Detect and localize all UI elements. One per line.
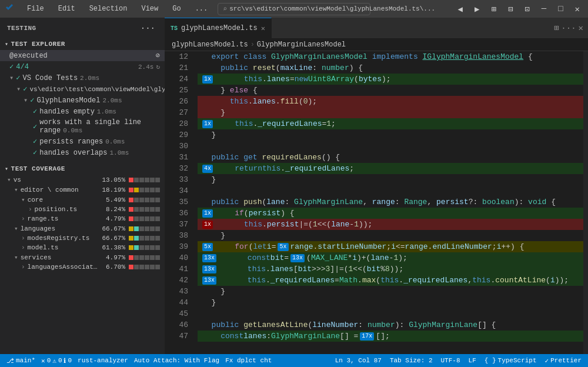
tree-chevron: ▾	[24, 96, 28, 105]
tab-size-item[interactable]: Tab Size: 2	[388, 357, 435, 364]
coverage-row-model[interactable]: › model.ts 61.38%	[0, 243, 165, 252]
split-editor-btn[interactable]: ⊞	[554, 23, 559, 33]
tree-item-handles-overlaps[interactable]: ✓ handles overlaps1.0ms	[0, 147, 165, 158]
errors-item[interactable]: ✕ 0 ⚠ 0 ℹ 0	[39, 357, 74, 365]
nav-back[interactable]: ◀	[455, 3, 466, 15]
code-line-27: }	[198, 107, 583, 118]
filter-tag: @executed	[9, 52, 48, 60]
layout-btn-1[interactable]: ⊞	[487, 3, 499, 15]
git-icon: ⎇	[6, 357, 14, 365]
position-item[interactable]: Ln 3, Col 87	[333, 357, 383, 364]
fx-item[interactable]: Fx dplct cht	[223, 357, 273, 364]
cov-pct: 6.70%	[99, 263, 125, 271]
active-tab[interactable]: TS glyphLanesModel.ts ✕	[165, 18, 272, 38]
tab-close-btn[interactable]: ✕	[261, 24, 265, 33]
git-branch-item[interactable]: ⎇ main*	[5, 357, 37, 365]
coverage-row-languages[interactable]: ▾ languages 66.67%	[0, 223, 165, 233]
coverage-row-langassoc[interactable]: › languagesAssociations.ts 6.70%	[0, 262, 165, 272]
menu-edit[interactable]: Edit	[54, 4, 80, 14]
cov-name: languages	[21, 225, 99, 232]
coverage-row-vs[interactable]: ▾ vs 13.05%	[0, 175, 165, 185]
position-text: Ln 3, Col 87	[335, 357, 382, 364]
tree-item-label: GlyphLanesModel2.0ms	[36, 96, 122, 105]
close-editors-btn[interactable]: ✕	[579, 23, 583, 33]
tree-status-icon: ✓	[33, 122, 37, 131]
line-ending-item[interactable]: LF	[467, 357, 478, 364]
nav-forward[interactable]: ▶	[471, 3, 483, 15]
formatter-item[interactable]: ✓ Prettier	[543, 357, 583, 365]
code-line-35: public push(lane: GlyphMarginLane, range…	[198, 196, 583, 208]
cov-bar	[129, 226, 160, 231]
minimap	[583, 51, 588, 354]
cov-pct: 18.19%	[99, 186, 125, 193]
layout-btn-2[interactable]: ⊟	[505, 3, 516, 15]
statusbar: ⎇ main* ✕ 0 ⚠ 0 ℹ 0 rust-analyzer Auto A…	[0, 354, 588, 367]
tree-item-glyphlanesmodel[interactable]: ▾ ✓ GlyphLanesModel2.0ms	[0, 95, 165, 106]
layout-btn-3[interactable]: ⊡	[521, 3, 533, 15]
cov-chevron: ▾	[14, 186, 18, 193]
code-editor[interactable]: 12 21 24 25 26 27 28 29 30 31 32 33 34 3…	[165, 51, 588, 354]
tree-status-icon: ✓	[33, 148, 37, 157]
titlebar: File Edit Selection View Go ... ⌕ src\vs…	[0, 0, 588, 18]
code-line-29: }	[198, 129, 583, 141]
coverage-row-position[interactable]: › position.ts 8.24%	[0, 205, 165, 214]
close-btn[interactable]: ✕	[572, 3, 583, 15]
info-count: 0	[68, 357, 72, 364]
cov-name: services	[21, 254, 99, 261]
rust-analyzer-item[interactable]: rust-analyzer	[76, 357, 130, 364]
tree-item-label: handles overlaps1.0ms	[39, 149, 129, 157]
sidebar-more-btn[interactable]: ···	[138, 22, 158, 34]
tree-item-persists-ranges[interactable]: ✓ persists ranges0.0ms	[0, 136, 165, 147]
language-icon: { }	[485, 357, 496, 364]
tree-item-single-line-range[interactable]: ✓ works with a single line range0.0ms	[0, 117, 165, 136]
tab-filename: glyphLanesModel.ts	[181, 24, 258, 32]
coverage-row-editor-common[interactable]: ▾ editor \ common 18.19%	[0, 185, 165, 195]
encoding-item[interactable]: UTF-8	[439, 357, 462, 364]
main-layout: TESTING ··· ▾ TEST EXPLORER @executed ⊘ …	[0, 18, 588, 354]
sidebar-header-title: TESTING	[7, 25, 36, 32]
tree-item-path[interactable]: ▾ ✓ vs\editor\test\common\viewModel\glyp…	[0, 84, 165, 95]
menu-go[interactable]: Go	[168, 4, 185, 14]
tree-item-vscodetests[interactable]: ▾ ✓ VS Code Tests2.0ms	[0, 72, 165, 84]
code-line-46: public getLanesAtLine(lineNumber: number…	[198, 319, 583, 331]
menu-selection[interactable]: Selection	[85, 4, 132, 14]
cov-pct: 4.79%	[99, 215, 125, 222]
title-search-text: src\vs\editor\common\viewModel\glyphLane…	[229, 5, 435, 12]
auto-attach-item[interactable]: Auto Attach: With Flag	[132, 357, 221, 364]
refresh-icon[interactable]: ↻	[156, 63, 160, 71]
sidebar-content[interactable]: ▾ TEST EXPLORER @executed ⊘ ✓ 4/4 2.4s ↻	[0, 38, 165, 354]
code-line-45	[198, 308, 583, 319]
statusbar-left: ⎇ main* ✕ 0 ⚠ 0 ℹ 0 rust-analyzer Auto A…	[5, 357, 273, 365]
tree-item-handles-empty[interactable]: ✓ handles empty1.0ms	[0, 106, 165, 117]
cov-bar	[129, 188, 160, 192]
menu-file[interactable]: File	[22, 4, 49, 14]
menu-view[interactable]: View	[136, 4, 163, 14]
warning-count: 0	[58, 357, 62, 364]
maximize-btn[interactable]: □	[554, 3, 566, 15]
coverage-row-modesregistry[interactable]: › modesRegistry.ts 66.67%	[0, 233, 165, 243]
breadcrumb-class[interactable]: GlyphMarginLanesModel	[257, 41, 346, 49]
more-actions-btn[interactable]: ···	[561, 24, 576, 33]
code-line-43: }	[198, 286, 583, 297]
cov-pct: 4.97%	[99, 254, 125, 261]
cov-chevron: ▾	[14, 225, 18, 232]
test-coverage-header[interactable]: ▾ TEST COVERAGE	[0, 163, 165, 175]
warning-icon: ⚠	[52, 357, 56, 365]
cov-chevron: ▾	[7, 176, 11, 184]
filter-icon[interactable]: ⊘	[156, 51, 160, 60]
language-item[interactable]: { } TypeScript	[483, 357, 539, 364]
test-explorer-header[interactable]: ▾ TEST EXPLORER	[0, 38, 165, 50]
breadcrumb-file[interactable]: glyphLanesModel.ts	[172, 41, 248, 49]
minimize-btn[interactable]: ─	[538, 3, 550, 15]
menu-more[interactable]: ...	[191, 4, 213, 14]
coverage-row-core[interactable]: ▾ core 5.49%	[0, 195, 165, 205]
tab-bar: TS glyphLanesModel.ts ✕ ⊞ ··· ✕	[165, 18, 588, 38]
cov-arrow: ›	[21, 235, 25, 242]
title-search-bar[interactable]: ⌕ src\vs\editor\common\viewModel\glyphLa…	[218, 3, 370, 15]
coverage-row-range[interactable]: › range.ts 4.79%	[0, 214, 165, 223]
code-content[interactable]: export class GlyphMarginLanesModel imple…	[193, 51, 583, 354]
cov-pct: 13.05%	[99, 176, 125, 184]
cov-name: languagesAssociations.ts	[28, 263, 99, 271]
coverage-row-services[interactable]: ▾ services 4.97%	[0, 252, 165, 262]
cov-pct: 5.49%	[99, 196, 125, 203]
